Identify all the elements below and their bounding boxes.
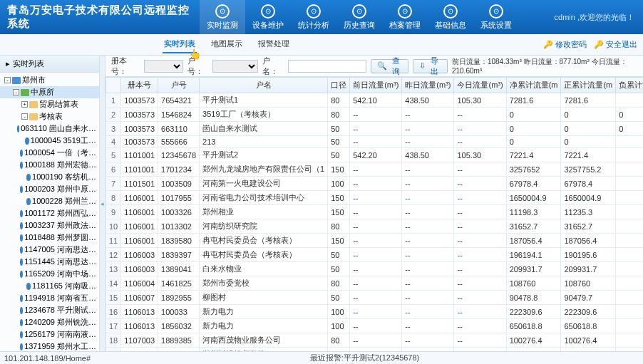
tree-node[interactable]: 1018488 郑州梦圆… xyxy=(0,232,99,244)
cell xyxy=(616,262,643,276)
nav-item[interactable]: ⊙统计分析 xyxy=(291,0,336,34)
col-header[interactable]: 册本号 xyxy=(121,78,158,93)
table-row[interactable]: 1311060031389041白来水物业50------209931.7209… xyxy=(106,262,644,276)
search-button-label: 查询 xyxy=(389,56,402,77)
acct-select[interactable] xyxy=(212,60,258,73)
acct-label: 户号： xyxy=(187,56,209,77)
name-label: 户名： xyxy=(262,56,284,77)
cell: -- xyxy=(454,262,506,276)
search-button[interactable]: 🔍查询 xyxy=(371,59,408,73)
tree-node[interactable]: 1194918 河南省五… xyxy=(0,292,99,304)
subnav-item[interactable]: 地图展示 xyxy=(210,36,244,53)
cell: 1106001 xyxy=(121,191,158,205)
nav-item[interactable]: ⊙系统设置 xyxy=(473,0,519,34)
tree-node[interactable]: 1165209 河南中场… xyxy=(0,268,99,280)
tree-node[interactable]: 1151445 河南思达… xyxy=(0,256,99,268)
tree-node[interactable]: 1000188 郑州宏德… xyxy=(0,159,99,171)
col-header[interactable]: 负累计流量(m xyxy=(616,78,643,93)
table-row[interactable]: 4100357355566621350------000 xyxy=(106,136,644,148)
tree-node[interactable]: 1234678 平升测试… xyxy=(0,304,99,316)
subnav-item[interactable]: 报警处理 xyxy=(257,36,291,53)
table-row[interactable]: 611010011701234郑州九龙城房地产有限责任公司（1150------… xyxy=(106,162,644,177)
cell: 50 xyxy=(328,122,350,136)
sidebar-tab[interactable]: ▸ 实时列表 xyxy=(0,56,99,73)
tree-node[interactable]: 1000228 郑州兰… xyxy=(0,195,99,207)
col-header[interactable]: 户名 xyxy=(200,78,328,93)
tree-expand-icon[interactable]: - xyxy=(13,89,19,95)
cell: 0 xyxy=(561,122,616,136)
tree-node[interactable]: 1181165 河南吸… xyxy=(0,280,99,292)
table-row[interactable]: 1811070031889385河南西茂物业服务公司80------100276… xyxy=(106,333,644,348)
table-row[interactable]: 31003573663110崮山自来水测试50------00002015-12… xyxy=(106,122,644,136)
table-row[interactable]: 5110100112345678平升测试250542.20438.50105.3… xyxy=(106,148,644,162)
cell: 105.30 xyxy=(454,148,506,162)
tree-node[interactable]: 1000203 郑州中原… xyxy=(0,183,99,195)
tree-node[interactable]: 1371959 郑州水工… xyxy=(0,340,99,351)
col-header[interactable]: 户号 xyxy=(158,78,200,93)
cell: 187056.4 xyxy=(561,234,616,248)
tree-node[interactable]: 1000054 一倍（考… xyxy=(0,147,99,159)
lock-icon[interactable]: 🔑 安全退出 xyxy=(594,39,637,50)
sidebar-collapse-handle[interactable]: ◂ xyxy=(100,56,106,351)
tree-label: 1000188 郑州宏德… xyxy=(24,160,96,170)
table-row[interactable]: 1211060031839397冉屯村民委员会（考核表）50------1961… xyxy=(106,248,644,262)
tree-label: 1000045 3519工… xyxy=(31,135,96,146)
cell: 1839397 xyxy=(158,248,200,262)
table-row[interactable]: 110035737654321平升测试180542.10438.50105.30… xyxy=(106,93,644,108)
table-row[interactable]: 1011060011013302河南纺织研究院80------31652.731… xyxy=(106,219,644,234)
table-row[interactable]: 2100357315468243519工厂（考核表）80------0000 xyxy=(106,108,644,122)
book-select[interactable] xyxy=(144,60,183,73)
cell xyxy=(616,248,643,262)
tree-node[interactable]: -中原所 xyxy=(0,86,99,98)
export-button[interactable]: ⇩导出 xyxy=(413,59,448,73)
table-row[interactable]: 161106013100033新力电力100------222309.62223… xyxy=(106,305,644,319)
table-row[interactable]: 811060011017955河南省电力公司技术培训中心150------165… xyxy=(106,191,644,205)
col-header[interactable]: 口径 xyxy=(328,78,350,93)
nav-item[interactable]: ⊙实时监测 xyxy=(200,0,245,34)
cell: 1856032 xyxy=(158,319,200,333)
cell: 1106003 xyxy=(121,262,158,276)
tree-expand-icon[interactable]: + xyxy=(21,101,28,108)
nav-item[interactable]: ⊙基础信息 xyxy=(428,0,473,34)
tree-node[interactable]: 1256179 河南南液… xyxy=(0,328,99,340)
col-header[interactable]: 净累计流量(m xyxy=(506,78,561,93)
cell: 438.50 xyxy=(402,93,454,108)
tree-expand-icon[interactable]: - xyxy=(21,113,28,120)
tree-label: 1151445 河南思达… xyxy=(24,256,96,267)
nav-item[interactable]: ⊙设备维护 xyxy=(245,0,291,34)
cell: -- xyxy=(350,276,402,291)
tree-node[interactable]: 1003237 郑州政法… xyxy=(0,219,99,232)
tree-node[interactable]: +贸易结算表 xyxy=(0,98,99,110)
nav-icon: ⊙ xyxy=(489,4,503,19)
col-header[interactable]: 昨日流量(m³) xyxy=(402,78,454,93)
tree-node[interactable]: 1000190 客纺机… xyxy=(0,171,99,183)
nav-item[interactable]: ⊙历史查询 xyxy=(336,0,382,34)
subnav-item[interactable]: 实时列表 xyxy=(163,36,197,53)
tree-node[interactable]: 1147005 河南思达… xyxy=(0,244,99,256)
tree-node[interactable]: 063110 崮山自来水… xyxy=(0,123,99,135)
table-row[interactable]: 1411060041461825郑州市委党校80------1087601087… xyxy=(106,276,644,291)
table-row[interactable]: 1111060011839580冉屯村民委员会（考核表）150------187… xyxy=(106,234,644,248)
table-row[interactable]: 1511060071892955柳图村50------90478.890479.… xyxy=(106,291,644,305)
table-row[interactable]: 711015011003509河南第一火电建设公司100------67978.… xyxy=(106,177,644,191)
table-row[interactable]: 911060011003326郑州相业150------11198.311235… xyxy=(106,205,644,219)
nav-item[interactable]: ⊙档案管理 xyxy=(382,0,428,34)
meter-icon xyxy=(20,234,23,241)
tree-node[interactable]: -郑州市 xyxy=(0,74,99,86)
tree-label: 1018488 郑州梦圆… xyxy=(24,232,96,243)
key-icon[interactable]: 🔑 修改密码 xyxy=(543,39,587,50)
cell-rownum: 4 xyxy=(106,136,121,148)
col-header[interactable]: 前日流量(m³) xyxy=(350,78,402,93)
tree-node[interactable]: -考核表 xyxy=(0,110,99,123)
table-row[interactable]: 1711060131856032新力电力100------650618.8650… xyxy=(106,319,644,333)
tree-node[interactable]: 1240209 郑州铣洗… xyxy=(0,316,99,328)
name-input[interactable] xyxy=(288,60,366,73)
tree-expand-icon[interactable]: - xyxy=(4,77,11,83)
cell: -- xyxy=(350,205,402,219)
tree-node[interactable]: 1001172 郑州西弘… xyxy=(0,207,99,219)
meter-icon xyxy=(20,319,23,326)
tree-node[interactable]: 1000045 3519工… xyxy=(0,135,99,147)
col-header[interactable]: 正累计流量(m xyxy=(561,78,616,93)
col-header[interactable]: 今日流量(m³) xyxy=(454,78,506,93)
cell xyxy=(616,177,643,191)
